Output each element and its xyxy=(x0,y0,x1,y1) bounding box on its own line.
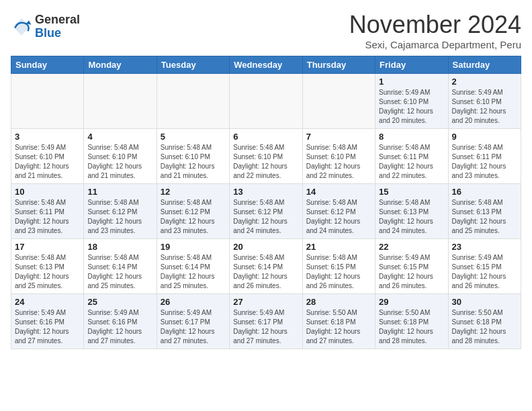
day-number: 30 xyxy=(452,297,517,307)
day-number: 10 xyxy=(15,187,80,197)
calendar-cell: 7Sunrise: 5:48 AM Sunset: 6:10 PM Daylig… xyxy=(302,129,375,184)
day-number: 3 xyxy=(15,132,80,142)
calendar-cell xyxy=(157,74,229,129)
day-number: 14 xyxy=(306,187,371,197)
day-number: 16 xyxy=(452,187,517,197)
month-title: November 2024 xyxy=(349,11,521,39)
col-header-friday: Friday xyxy=(375,56,448,74)
col-header-thursday: Thursday xyxy=(302,56,375,74)
day-info: Sunrise: 5:48 AM Sunset: 6:12 PM Dayligh… xyxy=(87,198,152,236)
calendar-cell: 10Sunrise: 5:48 AM Sunset: 6:11 PM Dayli… xyxy=(11,184,84,239)
title-block: November 2024 Sexi, Cajamarca Department… xyxy=(349,11,521,50)
calendar-cell xyxy=(11,74,84,129)
calendar-week-1: 1Sunrise: 5:49 AM Sunset: 6:10 PM Daylig… xyxy=(11,74,521,129)
day-info: Sunrise: 5:50 AM Sunset: 6:18 PM Dayligh… xyxy=(452,308,517,346)
day-info: Sunrise: 5:48 AM Sunset: 6:10 PM Dayligh… xyxy=(306,143,371,181)
day-number: 7 xyxy=(306,132,371,142)
day-info: Sunrise: 5:48 AM Sunset: 6:14 PM Dayligh… xyxy=(87,253,152,291)
calendar-week-3: 10Sunrise: 5:48 AM Sunset: 6:11 PM Dayli… xyxy=(11,184,521,239)
day-info: Sunrise: 5:48 AM Sunset: 6:11 PM Dayligh… xyxy=(15,198,80,236)
day-info: Sunrise: 5:50 AM Sunset: 6:18 PM Dayligh… xyxy=(379,308,444,346)
day-info: Sunrise: 5:48 AM Sunset: 6:13 PM Dayligh… xyxy=(452,198,517,236)
calendar-cell: 15Sunrise: 5:48 AM Sunset: 6:13 PM Dayli… xyxy=(375,184,448,239)
day-info: Sunrise: 5:48 AM Sunset: 6:12 PM Dayligh… xyxy=(233,198,298,236)
page-header: General Blue November 2024 Sexi, Cajamar… xyxy=(11,11,521,50)
day-number: 26 xyxy=(161,297,226,307)
day-info: Sunrise: 5:48 AM Sunset: 6:14 PM Dayligh… xyxy=(161,253,226,291)
day-info: Sunrise: 5:49 AM Sunset: 6:17 PM Dayligh… xyxy=(161,308,226,346)
calendar-cell: 1Sunrise: 5:49 AM Sunset: 6:10 PM Daylig… xyxy=(375,74,448,129)
calendar-header-row: SundayMondayTuesdayWednesdayThursdayFrid… xyxy=(11,56,521,74)
location-subtitle: Sexi, Cajamarca Department, Peru xyxy=(349,39,521,50)
day-number: 22 xyxy=(379,242,444,252)
day-info: Sunrise: 5:48 AM Sunset: 6:10 PM Dayligh… xyxy=(161,143,226,181)
calendar-cell: 9Sunrise: 5:48 AM Sunset: 6:11 PM Daylig… xyxy=(448,129,521,184)
day-info: Sunrise: 5:49 AM Sunset: 6:16 PM Dayligh… xyxy=(15,308,80,346)
day-number: 9 xyxy=(452,132,517,142)
day-number: 25 xyxy=(87,297,152,307)
day-number: 2 xyxy=(452,77,517,87)
calendar-cell: 11Sunrise: 5:48 AM Sunset: 6:12 PM Dayli… xyxy=(84,184,157,239)
day-number: 23 xyxy=(452,242,517,252)
day-number: 29 xyxy=(379,297,444,307)
day-number: 19 xyxy=(161,242,226,252)
day-info: Sunrise: 5:48 AM Sunset: 6:15 PM Dayligh… xyxy=(306,253,371,291)
day-number: 4 xyxy=(87,132,152,142)
logo-general: General xyxy=(35,13,80,27)
calendar-week-2: 3Sunrise: 5:49 AM Sunset: 6:10 PM Daylig… xyxy=(11,129,521,184)
calendar-cell: 3Sunrise: 5:49 AM Sunset: 6:10 PM Daylig… xyxy=(11,129,84,184)
logo-text: General Blue xyxy=(35,13,80,40)
day-info: Sunrise: 5:48 AM Sunset: 6:12 PM Dayligh… xyxy=(306,198,371,236)
day-info: Sunrise: 5:48 AM Sunset: 6:10 PM Dayligh… xyxy=(233,143,298,181)
day-info: Sunrise: 5:49 AM Sunset: 6:10 PM Dayligh… xyxy=(452,88,517,126)
calendar-cell: 16Sunrise: 5:48 AM Sunset: 6:13 PM Dayli… xyxy=(448,184,521,239)
day-number: 27 xyxy=(233,297,298,307)
day-info: Sunrise: 5:49 AM Sunset: 6:15 PM Dayligh… xyxy=(452,253,517,291)
day-number: 17 xyxy=(15,242,80,252)
logo: General Blue xyxy=(11,13,80,40)
col-header-monday: Monday xyxy=(84,56,157,74)
calendar-week-4: 17Sunrise: 5:48 AM Sunset: 6:13 PM Dayli… xyxy=(11,239,521,294)
calendar-cell: 18Sunrise: 5:48 AM Sunset: 6:14 PM Dayli… xyxy=(84,239,157,294)
col-header-tuesday: Tuesday xyxy=(157,56,229,74)
calendar-cell: 28Sunrise: 5:50 AM Sunset: 6:18 PM Dayli… xyxy=(302,294,375,349)
calendar-week-5: 24Sunrise: 5:49 AM Sunset: 6:16 PM Dayli… xyxy=(11,294,521,349)
calendar-cell: 5Sunrise: 5:48 AM Sunset: 6:10 PM Daylig… xyxy=(157,129,229,184)
calendar-cell xyxy=(302,74,375,129)
calendar-cell: 22Sunrise: 5:49 AM Sunset: 6:15 PM Dayli… xyxy=(375,239,448,294)
calendar-cell: 4Sunrise: 5:48 AM Sunset: 6:10 PM Daylig… xyxy=(84,129,157,184)
day-info: Sunrise: 5:49 AM Sunset: 6:10 PM Dayligh… xyxy=(379,88,444,126)
calendar-cell: 20Sunrise: 5:48 AM Sunset: 6:14 PM Dayli… xyxy=(230,239,302,294)
day-number: 21 xyxy=(306,242,371,252)
col-header-saturday: Saturday xyxy=(448,56,521,74)
day-info: Sunrise: 5:49 AM Sunset: 6:10 PM Dayligh… xyxy=(15,143,80,181)
calendar-cell xyxy=(230,74,302,129)
calendar-cell: 17Sunrise: 5:48 AM Sunset: 6:13 PM Dayli… xyxy=(11,239,84,294)
day-number: 24 xyxy=(15,297,80,307)
day-info: Sunrise: 5:48 AM Sunset: 6:13 PM Dayligh… xyxy=(379,198,444,236)
calendar-cell: 8Sunrise: 5:48 AM Sunset: 6:11 PM Daylig… xyxy=(375,129,448,184)
day-info: Sunrise: 5:48 AM Sunset: 6:12 PM Dayligh… xyxy=(161,198,226,236)
day-info: Sunrise: 5:48 AM Sunset: 6:10 PM Dayligh… xyxy=(87,143,152,181)
day-info: Sunrise: 5:48 AM Sunset: 6:11 PM Dayligh… xyxy=(379,143,444,181)
calendar-cell: 2Sunrise: 5:49 AM Sunset: 6:10 PM Daylig… xyxy=(448,74,521,129)
day-number: 28 xyxy=(306,297,371,307)
day-info: Sunrise: 5:49 AM Sunset: 6:16 PM Dayligh… xyxy=(87,308,152,346)
col-header-wednesday: Wednesday xyxy=(230,56,302,74)
calendar-cell: 21Sunrise: 5:48 AM Sunset: 6:15 PM Dayli… xyxy=(302,239,375,294)
calendar-cell: 19Sunrise: 5:48 AM Sunset: 6:14 PM Dayli… xyxy=(157,239,229,294)
day-info: Sunrise: 5:48 AM Sunset: 6:14 PM Dayligh… xyxy=(233,253,298,291)
day-number: 20 xyxy=(233,242,298,252)
day-number: 18 xyxy=(87,242,152,252)
day-number: 8 xyxy=(379,132,444,142)
day-number: 11 xyxy=(87,187,152,197)
calendar-cell: 12Sunrise: 5:48 AM Sunset: 6:12 PM Dayli… xyxy=(157,184,229,239)
day-info: Sunrise: 5:49 AM Sunset: 6:15 PM Dayligh… xyxy=(379,253,444,291)
day-number: 1 xyxy=(379,77,444,87)
calendar-cell: 14Sunrise: 5:48 AM Sunset: 6:12 PM Dayli… xyxy=(302,184,375,239)
col-header-sunday: Sunday xyxy=(11,56,84,74)
calendar-cell: 25Sunrise: 5:49 AM Sunset: 6:16 PM Dayli… xyxy=(84,294,157,349)
calendar-cell xyxy=(84,74,157,129)
calendar-cell: 30Sunrise: 5:50 AM Sunset: 6:18 PM Dayli… xyxy=(448,294,521,349)
calendar-cell: 23Sunrise: 5:49 AM Sunset: 6:15 PM Dayli… xyxy=(448,239,521,294)
